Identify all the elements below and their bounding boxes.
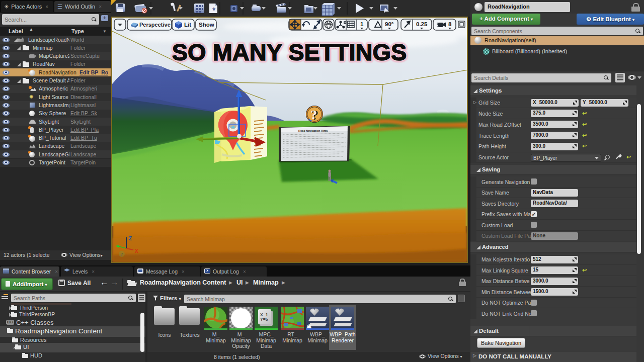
svg-text:Perspective: Perspective	[139, 22, 171, 28]
svg-text:Z: Z	[129, 236, 132, 241]
svg-text:⚜: ⚜	[212, 7, 216, 12]
svg-text:?: ?	[310, 108, 317, 122]
svg-text:?: ?	[121, 252, 123, 257]
svg-text:Show: Show	[199, 22, 214, 28]
svg-text:8: 8	[448, 21, 452, 27]
svg-text:SO MANY SETTINGS: SO MANY SETTINGS	[172, 39, 407, 65]
svg-text:90°: 90°	[385, 21, 394, 27]
svg-text:Road Navigation Hints: Road Navigation Hints	[298, 129, 328, 132]
svg-text:0.25: 0.25	[416, 21, 428, 27]
svg-text:1: 1	[360, 21, 364, 27]
svg-text:X: X	[135, 248, 138, 254]
svg-text:Lit: Lit	[184, 22, 191, 28]
